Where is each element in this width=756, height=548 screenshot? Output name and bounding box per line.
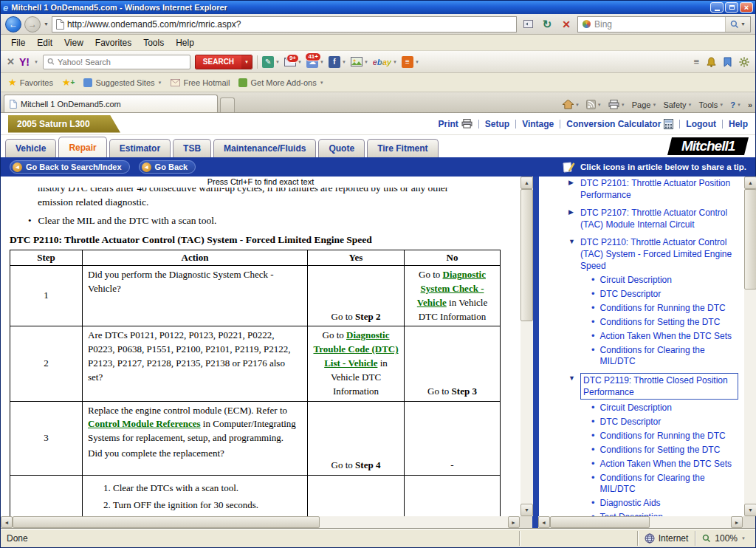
page-menu-button[interactable]: Page▼ [632,100,657,109]
article-scrollbar[interactable]: ▲ ▼ [520,177,533,516]
tab-tsb[interactable]: TSB [173,139,211,157]
tree-subitem[interactable]: •Conditions for Setting the DTC [591,317,738,328]
scroll-right-icon[interactable]: ► [731,516,743,528]
tree-subitem[interactable]: •Conditions for Clearing the MIL/DTC [591,473,738,495]
tree-subitem[interactable]: •DTC Descriptor [591,417,738,428]
menu-view[interactable]: View [58,36,89,49]
scroll-down-icon[interactable]: ▼ [520,504,533,516]
vehicle-tab[interactable]: 2005 Saturn L300 [8,115,120,133]
scroll-up-icon[interactable]: ▲ [520,177,533,189]
scroll-up-icon[interactable]: ▲ [744,177,756,189]
suggested-sites-button[interactable]: Suggested Sites ▼ [83,78,162,87]
tree-subitem[interactable]: •Circuit Description [591,403,738,414]
close-toolbar-icon[interactable]: ✕ [7,56,15,67]
favorites-button[interactable]: ★ Favorites [8,77,53,88]
scrollbar-track[interactable] [520,189,533,504]
facebook-button[interactable]: f ▼ [329,56,346,68]
sidebar-hscrollbar[interactable]: ◄ ► [538,516,743,528]
zoom-control[interactable]: 100% ▼ [695,531,752,546]
print-link[interactable]: Print [438,119,472,129]
tree-subitem[interactable]: •Action Taken When the DTC Sets [591,459,738,470]
stop-button[interactable]: ✕ [558,16,574,32]
tree-subitem[interactable]: •Circuit Description [591,275,738,286]
toolbar-settings-button[interactable] [739,57,749,67]
compose-button[interactable]: ✎ ▼ [262,56,280,68]
tree-item-p2107[interactable]: ▶ DTC P2107: Throttle Actuator Control (… [568,207,738,230]
scrollbar-thumb[interactable] [13,516,320,528]
sidebar-scrollbar[interactable]: ▲ ▼ [744,177,756,516]
scroll-right-icon[interactable]: ► [508,516,520,528]
new-tab-stub[interactable] [220,97,235,112]
tree-subitem[interactable]: •DTC Descriptor [591,289,738,300]
maximize-button[interactable] [725,2,738,13]
tab-maintenance-fluids[interactable]: Maintenance/Fluids [213,139,316,157]
scrollbar-thumb[interactable] [550,516,650,528]
tab-quote[interactable]: Quote [318,139,365,157]
bookmarks-button[interactable] [724,57,732,67]
scrollbar-thumb[interactable] [744,189,756,290]
menu-file[interactable]: File [5,36,31,49]
scrollbar-track[interactable] [550,516,731,528]
mail-button[interactable]: 9+ ▼ [284,58,302,66]
help-button[interactable]: ?▼ [730,100,741,109]
get-more-addons-button[interactable]: Get More Add-ons ▼ [238,78,323,87]
tree-subitem[interactable]: •Conditions for Clearing the MIL/DTC [591,345,738,367]
menu-tools[interactable]: Tools [137,36,170,49]
tree-link[interactable]: DTC P2110: Throttle Actuator Control (TA… [580,236,738,272]
updates-button[interactable]: ☁ 41+ ▼ [306,56,324,68]
conversion-calculator-link[interactable]: Conversion Calculator [566,119,673,129]
selected-tree-link[interactable]: DTC P2119: Throttle Closed Position Perf… [580,373,738,400]
collapse-arrow-icon[interactable]: ▼ [568,373,577,400]
yahoo-search-input[interactable] [58,58,186,66]
history-dropdown-icon[interactable]: ▼ [44,21,49,27]
scroll-down-icon[interactable]: ▼ [744,504,756,516]
tab-estimator[interactable]: Estimator [109,139,171,157]
browser-tab[interactable]: Mitchell 1 OnDemand5.com [4,95,218,112]
go-back-to-search-button[interactable]: ◄ Go Back to Search/Index [10,160,130,174]
search-go-button[interactable]: ▼ [725,17,750,32]
tree-subitem[interactable]: •Conditions for Running the DTC [591,303,738,314]
scrollbar-track[interactable] [744,189,756,504]
refresh-button[interactable]: ↻ [539,16,555,32]
logout-link[interactable]: Logout [686,119,716,129]
expand-arrow-icon[interactable]: ▶ [568,177,577,201]
back-button[interactable]: ← [5,16,21,32]
scroll-left-icon[interactable]: ◄ [538,516,550,528]
url-input[interactable] [67,19,512,30]
toolbar-overflow-chevron[interactable]: » [748,100,752,109]
yahoo-search-box[interactable] [43,55,190,69]
help-link[interactable]: Help [729,119,748,129]
tree-link[interactable]: DTC P2107: Throttle Actuator Control (TA… [580,207,738,230]
yahoo-menu-dropdown-icon[interactable]: ▼ [34,60,38,64]
search-button-dropdown-icon[interactable]: ▼ [241,55,252,69]
address-field[interactable] [52,16,517,32]
scrollbar-track[interactable] [13,516,508,528]
photos-button[interactable]: ▼ [351,57,368,66]
home-button[interactable]: ▼ [563,100,580,109]
collapse-arrow-icon[interactable]: ▼ [568,236,577,272]
expand-arrow-icon[interactable]: ▶ [568,207,577,230]
tools-menu-button[interactable]: Tools▼ [699,100,724,109]
add-favorite-button[interactable]: ★+ [62,77,75,88]
minimize-button[interactable] [710,2,724,13]
news-button[interactable]: ≡ ▼ [402,56,419,68]
search-options-dropdown-icon[interactable]: ▼ [740,21,746,27]
ebay-button[interactable]: ebay ▼ [373,58,397,66]
tree-item-p2119-selected[interactable]: ▼ DTC P2119: Throttle Closed Position Pe… [568,373,738,400]
compatibility-view-icon[interactable] [520,16,536,32]
close-button[interactable]: × [740,2,753,13]
tree-link[interactable]: DTC P2101: Throttle Actuator Position Pe… [580,177,738,201]
alerts-button[interactable] [707,57,716,67]
menu-favorites[interactable]: Favorites [89,36,137,49]
tree-subitem[interactable]: •Action Taken When the DTC Sets [591,331,738,342]
feeds-button[interactable]: ▼ [586,100,602,109]
go-back-button[interactable]: ◄ Go Back [139,160,196,174]
search-box[interactable]: Bing ▼ [577,16,751,32]
control-module-references-link[interactable]: Control Module References [88,418,201,429]
free-hotmail-button[interactable]: Free Hotmail [171,78,230,87]
tree-item-p2110[interactable]: ▼ DTC P2110: Throttle Actuator Control (… [568,236,738,272]
setup-link[interactable]: Setup [485,119,509,129]
menu-edit[interactable]: Edit [31,36,58,49]
menu-help[interactable]: Help [170,36,200,49]
tab-tire-fitment[interactable]: Tire Fitment [367,139,438,157]
